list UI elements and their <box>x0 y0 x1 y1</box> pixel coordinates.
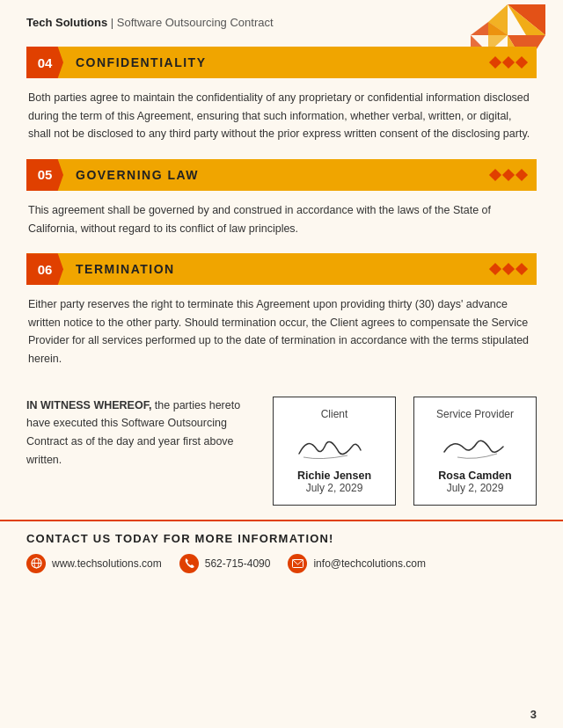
witness-intro: IN WITNESS WHEREOF, <box>26 399 151 411</box>
header-divider: | <box>111 16 117 29</box>
company-name: Tech Solutions <box>26 16 107 29</box>
client-date: July 2, 2029 <box>286 482 383 494</box>
email-value: info@techcolutions.com <box>313 557 426 570</box>
footer-email: info@techcolutions.com <box>288 554 426 573</box>
header-title: Tech Solutions | Software Outsourcing Co… <box>26 16 274 29</box>
phone-value: 562-715-4090 <box>205 557 271 570</box>
diamond-icon <box>502 263 515 275</box>
provider-signature <box>427 426 523 464</box>
diamond-icon <box>502 169 515 181</box>
section-04-header: 04 Confidentiality <box>26 47 537 78</box>
diamond-icon <box>515 169 528 181</box>
sections-container: 04 Confidentiality Both parties agree to… <box>0 38 563 368</box>
web-icon <box>26 554 46 573</box>
section-06-header: 06 Termination <box>26 253 537 285</box>
footer-contacts: www.techsolutions.com 562-715-4090 info@… <box>26 554 537 573</box>
section-06-title: Termination <box>76 262 491 276</box>
section-04-title: Confidentiality <box>76 55 491 69</box>
section-05-title: Governing Law <box>76 168 491 182</box>
footer: Contact Us Today For More Information! w… <box>0 520 563 582</box>
provider-date: July 2, 2029 <box>427 482 523 494</box>
section-04-number: 04 <box>26 47 63 78</box>
diamond-icon <box>489 263 501 275</box>
client-signature-box: Client Richie Jensen July 2, 2029 <box>273 397 396 506</box>
section-05-number: 05 <box>26 159 63 191</box>
diamond-icon <box>515 56 528 69</box>
section-05-body: This agreement shall be governed by and … <box>26 201 537 237</box>
section-06-number: 06 <box>26 253 63 285</box>
witness-text: IN WITNESS WHEREOF, the parties hereto h… <box>26 397 255 470</box>
footer-phone: 562-715-4090 <box>179 554 271 573</box>
section-05-header: 05 Governing Law <box>26 159 537 191</box>
diamond-icon <box>515 263 528 275</box>
section-04-body: Both parties agree to maintain the confi… <box>26 89 537 143</box>
section-04-diamonds <box>491 58 526 67</box>
diamond-icon <box>502 56 515 69</box>
diamond-icon <box>489 169 501 181</box>
email-icon <box>288 554 307 573</box>
provider-label: Service Provider <box>427 408 523 420</box>
section-06-body: Either party reserves the right to termi… <box>26 295 537 368</box>
provider-name: Rosa Camden <box>427 470 523 482</box>
section-04: 04 Confidentiality Both parties agree to… <box>26 47 537 143</box>
diamond-icon <box>489 56 501 69</box>
section-05: 05 Governing Law This agreement shall be… <box>26 159 537 237</box>
page-number: 3 <box>530 708 537 721</box>
phone-icon <box>179 554 199 573</box>
contract-title: Software Outsourcing Contract <box>117 16 274 29</box>
provider-signature-box: Service Provider Rosa Camden July 2, 202… <box>413 397 537 506</box>
footer-headline: Contact Us Today For More Information! <box>26 532 537 545</box>
web-value: www.techsolutions.com <box>52 557 162 570</box>
footer-web: www.techsolutions.com <box>26 554 162 573</box>
client-signature <box>286 426 383 464</box>
section-05-diamonds <box>491 171 526 179</box>
witness-section: IN WITNESS WHEREOF, the parties hereto h… <box>0 384 563 520</box>
client-name: Richie Jensen <box>286 470 383 482</box>
section-06: 06 Termination Either party reserves the… <box>26 253 537 368</box>
client-label: Client <box>286 408 383 420</box>
section-06-diamonds <box>491 265 526 273</box>
